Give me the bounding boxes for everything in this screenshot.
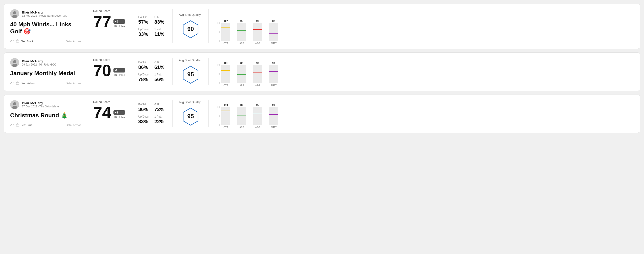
svg-rect-70 [253, 107, 262, 125]
score-number: 77 [93, 13, 111, 30]
updown-stat: Up/Down 33% [138, 28, 150, 37]
round-card-1: Blair McHarg 29 Jan 2022 · Mill Ride GCC… [4, 52, 640, 91]
svg-text:101: 101 [224, 62, 228, 64]
svg-rect-48 [269, 65, 278, 83]
bag-icon [16, 82, 20, 85]
svg-rect-14 [237, 23, 246, 41]
updown-stat: Up/Down 78% [138, 73, 150, 82]
svg-rect-15 [237, 30, 246, 31]
svg-rect-10 [221, 23, 230, 41]
oneputt-label: 1 Putt [154, 115, 166, 118]
svg-rect-62 [221, 107, 230, 125]
user-meta: 12 Feb 2022 · Royal North Devon GC [22, 14, 67, 17]
svg-rect-44 [253, 65, 262, 83]
svg-text:86: 86 [240, 62, 243, 64]
svg-text:82: 82 [272, 20, 275, 22]
fw-hit-label: FW Hit [138, 15, 150, 19]
svg-rect-37 [221, 70, 230, 71]
svg-text:50: 50 [218, 31, 220, 33]
svg-rect-45 [253, 72, 262, 73]
svg-point-1 [13, 11, 16, 14]
round-card-0: Blair McHarg 12 Feb 2022 · Royal North D… [4, 3, 640, 49]
round-title: Christmas Round 🎄 [10, 112, 81, 119]
quality-label: Avg Shot Quality [179, 101, 201, 104]
gir-label: GIR [154, 15, 166, 19]
svg-text:OTT: OTT [224, 42, 228, 45]
hexagon: 90 [180, 19, 201, 39]
fw-hit-label: FW Hit [138, 61, 150, 64]
updown-stat: Up/Down 33% [138, 115, 150, 125]
quality-section: Avg Shot Quality 95 [172, 58, 209, 85]
svg-rect-3 [16, 40, 19, 42]
svg-text:0: 0 [219, 124, 220, 126]
fw-hit-stat: FW Hit 57% [138, 15, 150, 25]
user-name: Blair McHarg [22, 59, 56, 63]
tee-info: Tee: Yellow [10, 82, 34, 85]
oneputt-value: 22% [154, 119, 166, 125]
oneputt-label: 1 Putt [154, 28, 166, 31]
svg-text:100: 100 [216, 64, 220, 66]
round-title: January Monthly Medal [10, 70, 81, 77]
quality-section: Avg Shot Quality 90 [172, 9, 209, 43]
score-badge-col: +2 18 Holes [114, 110, 125, 119]
fw-hit-stat: FW Hit 86% [138, 61, 150, 70]
score-badge-col: -2 18 Holes [114, 68, 125, 77]
stats-section: FW Hit 86% GIR 61% Up/Down 78% 1 Putt 56… [132, 58, 172, 85]
score-holes: 18 Holes [114, 24, 125, 28]
svg-text:PUTT: PUTT [271, 42, 276, 45]
gir-value: 72% [154, 107, 166, 112]
svg-text:PUTT: PUTT [271, 126, 276, 128]
svg-point-53 [13, 102, 16, 105]
svg-rect-67 [237, 116, 246, 116]
tee-label: Tee: Blue [21, 124, 32, 127]
score-badge-col: +5 18 Holes [114, 19, 125, 28]
svg-rect-41 [237, 74, 246, 75]
gir-stat: GIR 61% [154, 61, 166, 70]
fw-hit-label: FW Hit [138, 103, 150, 106]
svg-text:90: 90 [187, 25, 194, 32]
user-name: Blair McHarg [22, 101, 59, 105]
fw-hit-stat: FW Hit 36% [138, 103, 150, 112]
score-label: Round Score [93, 58, 126, 61]
score-label: Round Score [93, 9, 126, 13]
svg-text:110: 110 [224, 104, 228, 106]
quality-label: Avg Shot Quality [179, 13, 201, 16]
user-meta: 27 Dec 2021 · The Oxfordshire [22, 105, 59, 108]
score-row: 77 +5 18 Holes [93, 13, 126, 30]
svg-text:100: 100 [216, 106, 220, 108]
avatar [10, 9, 19, 18]
user-row: Blair McHarg 27 Dec 2021 · The Oxfordshi… [10, 100, 81, 109]
user-meta: 29 Jan 2022 · Mill Ride GCC [22, 63, 56, 66]
fw-hit-value: 36% [138, 107, 150, 112]
stats-section: FW Hit 36% GIR 72% Up/Down 33% 1 Putt 22… [132, 100, 172, 127]
gir-stat: GIR 72% [154, 103, 166, 112]
round-title: 40 Mph Winds... Links Golf 🎯 [10, 21, 81, 35]
footer-row: Tee: Blue Data: Arccos [10, 124, 81, 127]
chart-section: 100500 101OTT86APP96ARG99PUTT [209, 58, 634, 85]
svg-text:0: 0 [219, 40, 220, 42]
svg-text:ARG: ARG [255, 42, 260, 45]
user-info: Blair McHarg 12 Feb 2022 · Royal North D… [22, 10, 67, 17]
svg-rect-22 [269, 23, 278, 41]
svg-text:APP: APP [240, 42, 244, 45]
hexagon: 95 [180, 65, 201, 85]
svg-text:107: 107 [224, 20, 228, 22]
avatar [10, 100, 19, 109]
bag-icon [16, 124, 20, 127]
tee-label: Tee: Black [21, 40, 34, 43]
user-info: Blair McHarg 27 Dec 2021 · The Oxfordshi… [22, 101, 59, 108]
updown-value: 33% [138, 31, 150, 37]
footer-row: Tee: Black Data: Arccos [10, 39, 81, 43]
data-source: Data: Arccos [66, 40, 81, 43]
score-holes: 18 Holes [114, 116, 125, 119]
svg-rect-23 [269, 33, 278, 33]
quality-label: Avg Shot Quality [179, 59, 201, 62]
svg-text:95: 95 [240, 20, 243, 22]
svg-text:93: 93 [272, 104, 275, 106]
score-label: Round Score [93, 100, 126, 104]
score-badge: +2 [114, 110, 125, 115]
svg-rect-29 [16, 82, 19, 84]
svg-text:87: 87 [240, 104, 243, 106]
cloud-icon [10, 82, 14, 85]
oneputt-label: 1 Putt [154, 73, 166, 76]
